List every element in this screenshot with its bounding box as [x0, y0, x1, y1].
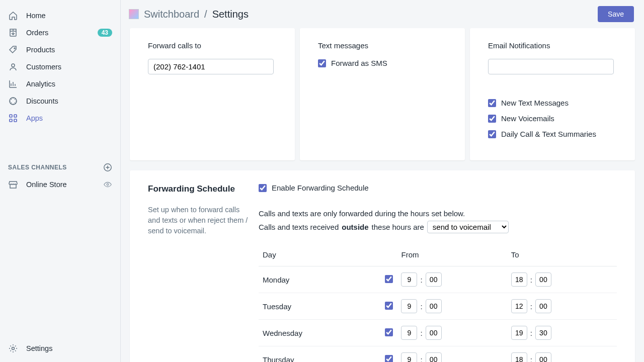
t: Calls and texts received: [259, 223, 339, 231]
from-min-input[interactable]: [426, 273, 442, 287]
email-opt-label: Daily Call & Text Summaries: [501, 130, 596, 138]
add-channel-icon[interactable]: [103, 163, 112, 172]
sidebar-item-label: Discounts: [26, 97, 58, 105]
channel-label: Online Store: [26, 180, 67, 189]
svg-point-1: [12, 64, 15, 67]
from-time: :: [401, 352, 503, 362]
card-title: Text messages: [318, 41, 447, 50]
email-opt-row[interactable]: New Voicemails: [488, 114, 617, 123]
forward-phone-input[interactable]: [148, 59, 274, 74]
forward-sms-checkbox[interactable]: [318, 59, 326, 67]
gear-icon: [8, 343, 18, 353]
email-input[interactable]: [488, 59, 614, 74]
schedule-blurb: Set up when to forward calls and texts o…: [148, 205, 249, 236]
from-min-input[interactable]: [426, 352, 442, 362]
to-min-input[interactable]: [535, 273, 551, 287]
sidebar-item-customers[interactable]: Customers: [0, 58, 120, 75]
sidebar: HomeOrders43ProductsCustomersAnalyticsDi…: [0, 0, 121, 362]
sidebar-item-analytics[interactable]: Analytics: [0, 75, 120, 93]
email-opt-row[interactable]: Daily Call & Text Summaries: [488, 130, 617, 138]
from-hour-input[interactable]: [401, 273, 417, 287]
from-time: :: [401, 326, 503, 340]
sidebar-item-label: Settings: [26, 344, 52, 352]
svg-rect-5: [10, 119, 12, 122]
orders-icon: [8, 28, 18, 38]
email-opt-label: New Voicemails: [501, 114, 554, 123]
breadcrumb: Switchboard / Settings: [144, 9, 249, 20]
sidebar-item-orders[interactable]: Orders43: [0, 24, 120, 41]
channel-item-online-store[interactable]: Online Store: [0, 176, 120, 193]
table-row: Wednesday::: [259, 320, 617, 346]
badge: 43: [98, 29, 112, 37]
card-forward-calls: Forward calls to: [130, 28, 295, 160]
to-min-input[interactable]: [535, 352, 551, 362]
day-enable-checkbox[interactable]: [385, 275, 393, 283]
to-hour-input[interactable]: [511, 299, 527, 313]
from-time: :: [401, 299, 503, 313]
col-to: To: [507, 243, 617, 266]
schedule-desc2: Calls and texts received outside these h…: [259, 221, 617, 233]
email-opt-checkbox[interactable]: [488, 130, 496, 138]
svg-rect-6: [14, 119, 17, 122]
to-hour-input[interactable]: [511, 273, 527, 287]
sidebar-item-products[interactable]: Products: [0, 41, 120, 58]
sidebar-item-apps[interactable]: Apps: [0, 110, 120, 127]
forward-sms-row[interactable]: Forward as SMS: [318, 59, 447, 67]
sales-channels-label: SALES CHANNELS: [8, 164, 67, 171]
email-opt-checkbox[interactable]: [488, 115, 496, 123]
from-time: :: [401, 273, 503, 287]
day-cell: Wednesday: [259, 320, 367, 346]
email-opt-label: New Text Messages: [501, 99, 569, 107]
sidebar-item-home[interactable]: Home: [0, 7, 120, 24]
from-hour-input[interactable]: [401, 299, 417, 313]
day-cell: Thursday: [259, 346, 367, 363]
breadcrumb-current: Settings: [212, 9, 249, 20]
col-from: From: [397, 243, 507, 266]
table-row: Monday::: [259, 266, 617, 293]
sidebar-item-label: Home: [26, 12, 46, 20]
save-button[interactable]: Save: [598, 6, 634, 22]
to-min-input[interactable]: [535, 326, 551, 340]
from-min-input[interactable]: [426, 326, 442, 340]
breadcrumb-app[interactable]: Switchboard: [144, 9, 199, 20]
card-title: Forward calls to: [148, 41, 277, 50]
home-icon: [8, 11, 18, 21]
to-hour-input[interactable]: [511, 326, 527, 340]
email-opt-row[interactable]: New Text Messages: [488, 99, 617, 107]
sidebar-item-label: Customers: [26, 63, 61, 71]
sidebar-item-label: Analytics: [26, 80, 55, 88]
day-enable-checkbox[interactable]: [385, 328, 393, 336]
t: these hours are: [372, 223, 424, 231]
to-time: :: [511, 299, 613, 313]
enable-schedule-row[interactable]: Enable Forwarding Schedule: [259, 184, 617, 192]
view-store-icon[interactable]: [103, 180, 112, 189]
schedule-desc: Calls and texts are only forwarded durin…: [259, 209, 617, 218]
table-row: Thursday::: [259, 346, 617, 363]
svg-point-0: [14, 48, 15, 49]
sidebar-item-label: Apps: [26, 114, 43, 122]
to-min-input[interactable]: [535, 299, 551, 313]
enable-schedule-label: Enable Forwarding Schedule: [272, 184, 369, 192]
breadcrumb-sep: /: [204, 9, 207, 20]
from-min-input[interactable]: [426, 299, 442, 313]
customers-icon: [8, 62, 18, 72]
col-day: Day: [259, 243, 367, 266]
day-enable-checkbox[interactable]: [385, 302, 393, 310]
sidebar-item-discounts[interactable]: Discounts: [0, 93, 120, 110]
card-title: Email Notifications: [488, 41, 617, 50]
day-enable-checkbox[interactable]: [385, 355, 393, 363]
sidebar-item-settings[interactable]: Settings: [0, 340, 120, 357]
store-icon: [8, 179, 18, 190]
outside-action-select[interactable]: send to voicemail: [427, 221, 509, 233]
from-hour-input[interactable]: [401, 352, 417, 362]
svg-point-9: [12, 347, 15, 350]
from-hour-input[interactable]: [401, 326, 417, 340]
table-row: Tuesday::: [259, 293, 617, 320]
schedule-table: Day From To Monday::Tuesday::Wednesday::…: [259, 243, 617, 362]
sales-channels-header: SALES CHANNELS: [0, 154, 120, 176]
to-hour-input[interactable]: [511, 352, 527, 362]
day-cell: Tuesday: [259, 293, 367, 320]
enable-schedule-checkbox[interactable]: [259, 184, 267, 192]
email-opt-checkbox[interactable]: [488, 99, 496, 107]
to-time: :: [511, 326, 613, 340]
